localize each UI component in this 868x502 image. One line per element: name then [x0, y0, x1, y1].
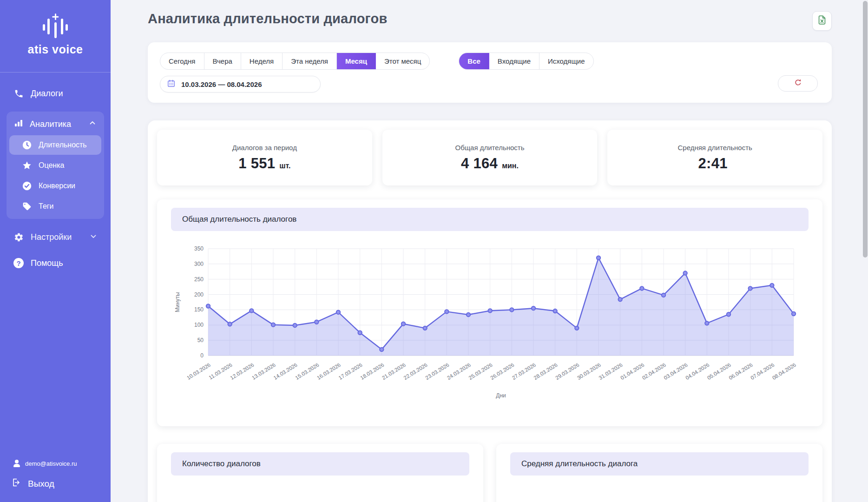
refresh-icon — [794, 78, 802, 89]
sidebar-nav: Диалоги Аналитика Длительность — [0, 83, 111, 456]
svg-text:24.03.2026: 24.03.2026 — [446, 362, 472, 381]
svg-text:150: 150 — [194, 306, 204, 313]
chart-title-banner: Общая длительность диалогов — [171, 208, 809, 231]
svg-text:18.03.2026: 18.03.2026 — [359, 362, 385, 381]
svg-text:Минуты: Минуты — [174, 292, 181, 312]
tab-yesterday[interactable]: Вчера — [204, 53, 241, 69]
total-duration-chart: 05010015020025030035010.03.202611.03.202… — [171, 242, 809, 417]
sidebar: atis voice Диалоги Аналитика — [0, 0, 111, 502]
svg-text:26.03.2026: 26.03.2026 — [489, 362, 515, 381]
sidebar-analytics-group: Аналитика Длительность Оценка — [7, 112, 104, 219]
svg-text:11.03.2026: 11.03.2026 — [208, 362, 233, 381]
tab-week[interactable]: Неделя — [241, 53, 283, 69]
sidebar-item-tags[interactable]: Теги — [9, 197, 101, 216]
star-icon — [21, 160, 33, 171]
svg-text:200: 200 — [194, 291, 204, 298]
tab-outgoing[interactable]: Исходящие — [539, 53, 593, 69]
sidebar-item-help[interactable]: ? Помощь — [7, 252, 104, 274]
svg-text:21.03.2026: 21.03.2026 — [381, 362, 407, 381]
svg-text:01.04.2026: 01.04.2026 — [619, 362, 645, 381]
tag-icon — [21, 201, 33, 212]
sidebar-subitem-label: Конверсии — [39, 182, 75, 190]
date-range-value: 10.03.2026 — 08.04.2026 — [181, 80, 262, 88]
tab-month[interactable]: Месяц — [337, 53, 376, 69]
direction-tabs: Все Входящие Исходящие — [459, 53, 593, 70]
tab-all[interactable]: Все — [459, 53, 489, 69]
sidebar-item-rating[interactable]: Оценка — [9, 156, 101, 175]
svg-text:15.03.2026: 15.03.2026 — [294, 362, 320, 381]
tab-this-month[interactable]: Этот месяц — [376, 53, 429, 69]
stat-value: 2:41 — [698, 155, 728, 172]
sidebar-divider — [0, 72, 111, 73]
sidebar-item-label: Аналитика — [30, 119, 71, 129]
sidebar-item-analytics[interactable]: Аналитика — [9, 114, 101, 134]
stat-value: 1 551 — [238, 155, 275, 172]
user-icon — [13, 460, 20, 467]
svg-text:07.04.2026: 07.04.2026 — [750, 362, 775, 381]
svg-text:27.03.2026: 27.03.2026 — [511, 362, 537, 381]
sidebar-item-duration[interactable]: Длительность — [9, 135, 101, 155]
vertical-scrollbar[interactable] — [863, 1, 868, 258]
svg-text:22.03.2026: 22.03.2026 — [403, 362, 428, 381]
sidebar-item-dialogs[interactable]: Диалоги — [7, 83, 104, 104]
svg-text:08.04.2026: 08.04.2026 — [771, 362, 797, 381]
svg-text:300: 300 — [194, 261, 204, 267]
gear-icon — [13, 231, 24, 243]
svg-text:05.04.2026: 05.04.2026 — [706, 362, 732, 381]
sidebar-subitem-label: Теги — [39, 202, 54, 211]
stat-label: Общая длительность — [455, 144, 524, 152]
main-content: Аналитика длительности диалогов Сегодня … — [111, 0, 868, 502]
svg-text:50: 50 — [197, 337, 204, 343]
tab-this-week[interactable]: Эта неделя — [283, 53, 337, 69]
svg-text:03.04.2026: 03.04.2026 — [663, 362, 689, 381]
logout-label: Выход — [28, 479, 54, 489]
brand-name: atis voice — [28, 43, 83, 56]
sidebar-item-label: Помощь — [31, 258, 63, 268]
stat-suffix: мин. — [502, 162, 519, 170]
svg-text:250: 250 — [194, 276, 204, 283]
svg-text:25.03.2026: 25.03.2026 — [468, 362, 493, 381]
export-excel-button[interactable] — [812, 11, 832, 31]
svg-text:17.03.2026: 17.03.2026 — [338, 362, 363, 381]
svg-text:30.03.2026: 30.03.2026 — [576, 362, 602, 381]
sidebar-subitem-label: Длительность — [39, 141, 87, 149]
sidebar-subitem-label: Оценка — [39, 161, 64, 170]
sidebar-item-settings[interactable]: Настройки — [7, 226, 104, 248]
svg-text:02.04.2026: 02.04.2026 — [641, 362, 667, 381]
filters-panel: Сегодня Вчера Неделя Эта неделя Месяц Эт… — [148, 42, 832, 103]
clock-icon — [21, 139, 33, 151]
chevron-down-icon — [89, 232, 98, 243]
calendar-icon — [167, 79, 176, 90]
sign-out-icon — [11, 477, 21, 490]
page-title: Аналитика длительности диалогов — [148, 11, 387, 26]
stat-card-avg-duration: Средняя длительность 2:41 — [607, 130, 822, 185]
user-email: demo@atisvoice.ru — [25, 460, 77, 467]
chevron-up-icon — [88, 119, 97, 130]
user-account: demo@atisvoice.ru — [10, 456, 100, 471]
refresh-button[interactable] — [778, 75, 818, 92]
svg-text:16.03.2026: 16.03.2026 — [316, 362, 342, 381]
sidebar-item-label: Диалоги — [31, 89, 63, 99]
chart-title-banner: Средняя длительность диалога — [510, 452, 809, 476]
svg-text:29.03.2026: 29.03.2026 — [554, 362, 580, 381]
svg-text:12.03.2026: 12.03.2026 — [229, 362, 255, 381]
avg-duration-chart-card: Средняя длительность диалога — [496, 444, 822, 502]
svg-text:31.03.2026: 31.03.2026 — [598, 362, 624, 381]
tab-today[interactable]: Сегодня — [160, 53, 204, 69]
analytics-content-card: Диалогов за период 1 551 шт. Общая длите… — [148, 120, 832, 502]
svg-text:10.03.2026: 10.03.2026 — [186, 362, 211, 381]
svg-text:100: 100 — [194, 322, 204, 328]
logout-button[interactable]: Выход — [10, 471, 100, 490]
sidebar-item-conversions[interactable]: Конверсии — [9, 176, 101, 196]
svg-text:13.03.2026: 13.03.2026 — [251, 362, 276, 381]
svg-text:06.04.2026: 06.04.2026 — [728, 362, 754, 381]
stat-card-total-duration: Общая длительность 4 164 мин. — [382, 130, 598, 185]
date-range-input[interactable]: 10.03.2026 — 08.04.2026 — [160, 76, 321, 92]
brand-logo: atis voice — [0, 0, 111, 66]
tab-incoming[interactable]: Входящие — [489, 53, 539, 69]
svg-text:04.04.2026: 04.04.2026 — [684, 362, 710, 381]
stat-card-dialog-count: Диалогов за период 1 551 шт. — [157, 130, 372, 185]
stat-value: 4 164 — [461, 155, 498, 172]
svg-text:350: 350 — [194, 245, 204, 252]
bar-chart-icon — [14, 119, 23, 130]
